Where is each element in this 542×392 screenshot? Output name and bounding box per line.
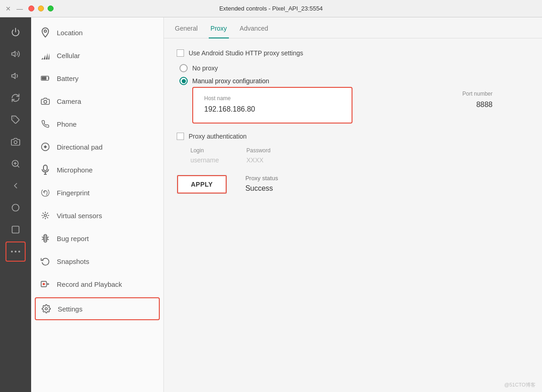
content-area: General Proxy Advanced Use Android Studi… [164, 17, 542, 392]
sidebar: Location Cellular [31, 17, 164, 392]
manual-proxy-label: Manual proxy configuration [192, 77, 269, 85]
use-studio-settings-checkbox[interactable] [177, 49, 184, 57]
record-playback-icon [40, 279, 50, 289]
sidebar-label-record-playback: Record and Playback [57, 280, 122, 288]
tab-proxy[interactable]: Proxy [209, 17, 229, 38]
no-proxy-row: No proxy [177, 64, 529, 72]
sidebar-item-location[interactable]: Location [31, 21, 163, 44]
svg-point-13 [18, 251, 20, 252]
window-minimize-dash[interactable]: — [16, 5, 23, 12]
rotate-icon-btn[interactable] [5, 88, 26, 108]
bug-report-icon [40, 233, 50, 243]
sidebar-item-cellular[interactable]: Cellular [31, 44, 163, 67]
svg-marker-16 [43, 55, 45, 59]
location-icon [40, 27, 50, 38]
tab-advanced[interactable]: Advanced [238, 17, 270, 38]
use-studio-settings-row: Use Android Studio HTTP proxy settings [177, 49, 529, 57]
tag-icon-btn[interactable] [5, 110, 26, 130]
svg-point-9 [12, 204, 19, 211]
sidebar-item-settings[interactable]: Settings [35, 297, 160, 320]
svg-point-32 [43, 283, 45, 285]
close-button[interactable] [28, 5, 34, 11]
proxy-status-section: Proxy status Success [245, 175, 278, 193]
manual-proxy-radio[interactable] [179, 77, 188, 85]
sidebar-label-settings: Settings [58, 305, 82, 313]
settings-icon [41, 304, 51, 314]
use-studio-settings-label: Use Android Studio HTTP proxy settings [189, 49, 303, 57]
password-placeholder: xxxx [246, 156, 271, 164]
home-icon-btn[interactable] [5, 198, 26, 218]
sidebar-label-camera: Camera [57, 97, 81, 105]
icon-bar [0, 17, 31, 392]
sidebar-label-microphone: Microphone [57, 166, 92, 174]
sidebar-item-microphone[interactable]: Microphone [31, 158, 163, 181]
title-bar-left: ✕ — [5, 5, 54, 12]
svg-marker-15 [41, 58, 43, 59]
volume-up-icon-btn[interactable] [5, 44, 26, 64]
svg-line-6 [17, 166, 19, 167]
battery-icon [40, 73, 50, 83]
svg-rect-20 [42, 77, 46, 79]
sidebar-label-phone: Phone [57, 120, 76, 128]
sidebar-item-snapshots[interactable]: Snapshots [31, 250, 163, 273]
window-close-x[interactable]: ✕ [5, 5, 11, 12]
svg-point-33 [45, 308, 48, 310]
login-label: Login [190, 147, 219, 154]
svg-point-11 [11, 251, 13, 252]
snapshot-icon-btn[interactable] [5, 132, 26, 152]
sidebar-item-record-playback[interactable]: Record and Playback [31, 273, 163, 295]
port-number-field: Port number 8888 [462, 77, 529, 109]
login-field: Login username [190, 147, 219, 164]
host-name-field: Host name 192.168.186.80 [204, 95, 255, 113]
sidebar-item-directional-pad[interactable]: Directional pad [31, 135, 163, 158]
auth-fields: Login username Password xxxx [177, 147, 529, 164]
proxy-auth-label: Proxy authentication [189, 133, 247, 140]
more-icon-btn[interactable] [5, 242, 26, 262]
sidebar-item-camera[interactable]: Camera [31, 90, 163, 113]
svg-marker-2 [12, 73, 16, 79]
sidebar-item-bug-report[interactable]: Bug report [31, 227, 163, 250]
no-proxy-radio[interactable] [179, 64, 188, 72]
window-title: Extended controls - Pixel_API_23:5554 [219, 5, 323, 12]
volume-down-icon-btn[interactable] [5, 66, 26, 86]
sidebar-label-fingerprint: Fingerprint [57, 189, 90, 197]
svg-rect-26 [43, 165, 47, 171]
svg-point-4 [14, 141, 17, 144]
svg-point-14 [44, 30, 47, 32]
svg-point-29 [44, 215, 47, 217]
svg-marker-17 [46, 53, 48, 59]
title-bar: ✕ — Extended controls - Pixel_API_23:555… [0, 0, 542, 17]
login-placeholder: username [190, 156, 219, 164]
sidebar-item-fingerprint[interactable]: Fingerprint [31, 181, 163, 204]
power-icon-btn[interactable] [5, 22, 26, 42]
watermark: @51CTO博客 [504, 381, 536, 388]
sidebar-label-battery: Battery [57, 75, 79, 82]
sidebar-label-bug-report: Bug report [57, 235, 89, 242]
minimize-button[interactable] [38, 5, 44, 11]
maximize-button[interactable] [48, 5, 54, 11]
sidebar-label-virtual-sensors: Virtual sensors [57, 212, 102, 220]
tabs-bar: General Proxy Advanced [164, 17, 542, 38]
proxy-auth-row: Proxy authentication [177, 133, 529, 140]
sidebar-item-battery[interactable]: Battery [31, 67, 163, 90]
tab-general[interactable]: General [173, 17, 200, 38]
svg-rect-10 [12, 226, 19, 233]
svg-marker-18 [48, 51, 49, 59]
svg-marker-1 [12, 51, 16, 57]
dpad-icon [40, 142, 50, 152]
zoom-icon-btn[interactable] [5, 154, 26, 174]
host-name-label: Host name [204, 95, 255, 102]
no-proxy-label: No proxy [192, 64, 218, 72]
apply-button[interactable]: APPLY [177, 175, 227, 193]
proxy-auth-checkbox[interactable] [177, 133, 184, 140]
sidebar-item-phone[interactable]: Phone [31, 113, 163, 135]
camera-icon [40, 96, 50, 106]
microphone-icon [40, 165, 50, 175]
recents-icon-btn[interactable] [5, 220, 26, 240]
password-field: Password xxxx [246, 147, 271, 164]
auth-section: Proxy authentication Login username Pass… [177, 133, 529, 164]
sidebar-label-snapshots: Snapshots [57, 258, 89, 265]
back-icon-btn[interactable] [5, 176, 26, 196]
sidebar-item-virtual-sensors[interactable]: Virtual sensors [31, 204, 163, 227]
cellular-icon [40, 50, 50, 60]
